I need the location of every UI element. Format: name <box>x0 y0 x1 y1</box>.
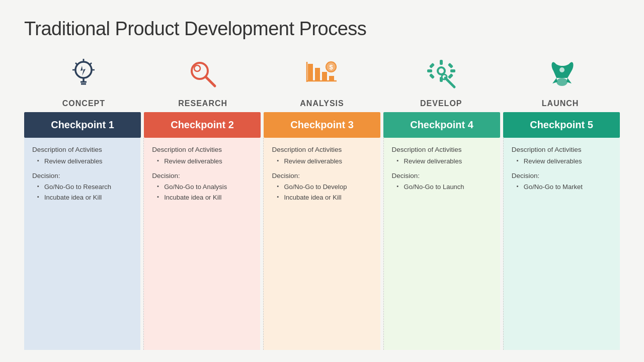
list-item: Incubate idea or Kill <box>277 193 372 202</box>
stage-label-analysis: ANALYSIS <box>300 99 344 108</box>
col3-decision-title: Decision: <box>272 171 372 181</box>
col3-decisions-list: Go/No-Go to Develop Incubate idea or Kil… <box>272 183 372 202</box>
checkpoint-3-header: Checkpoint 3 <box>264 112 380 138</box>
col5-activities-list: Review deliverables <box>512 157 612 166</box>
svg-point-35 <box>556 78 568 86</box>
content-col-5: Description of Activities Review deliver… <box>503 138 620 350</box>
content-col-4: Description of Activities Review deliver… <box>383 138 500 350</box>
stage-concept: CONCEPT <box>24 54 143 108</box>
svg-rect-27 <box>427 69 432 72</box>
list-item: Go/No-Go to Market <box>517 183 612 192</box>
svg-line-12 <box>206 77 215 86</box>
svg-rect-30 <box>448 73 453 79</box>
list-item: Go/No-Go to Develop <box>277 183 372 192</box>
checkpoint-1-header: Checkpoint 1 <box>24 112 141 138</box>
checkpoints-row: Checkpoint 1 Checkpoint 2 Checkpoint 3 C… <box>24 112 620 138</box>
stage-develop: DEVELOP <box>381 54 501 108</box>
list-item: Go/No-Go to Analysis <box>157 183 252 192</box>
stages-row: CONCEPT RESEARCH <box>24 54 620 108</box>
content-col-2: Description of Activities Review deliver… <box>143 138 260 350</box>
svg-rect-28 <box>450 69 455 72</box>
col2-decisions-list: Go/No-Go to Analysis Incubate idea or Ki… <box>152 183 252 202</box>
col3-activities-list: Review deliverables <box>272 157 372 166</box>
content-col-3: Description of Activities Review deliver… <box>263 138 380 350</box>
stage-label-develop: DEVELOP <box>420 99 462 108</box>
col5-decisions-list: Go/No-Go to Market <box>512 183 612 192</box>
list-item: Review deliverables <box>157 157 252 166</box>
col1-activities-title: Description of Activities <box>32 145 132 155</box>
list-item: Review deliverables <box>397 157 492 166</box>
col4-activities-list: Review deliverables <box>392 157 492 166</box>
stage-launch: LAUNCH <box>501 54 620 108</box>
svg-text:$: $ <box>329 63 333 71</box>
checkpoint-2-header: Checkpoint 2 <box>144 112 261 138</box>
col4-decisions-list: Go/No-Go to Launch <box>392 183 492 192</box>
analysis-icon: $ <box>302 54 342 94</box>
svg-rect-16 <box>322 72 327 81</box>
svg-rect-14 <box>308 64 313 81</box>
content-row: Description of Activities Review deliver… <box>24 138 620 350</box>
col1-activities-list: Review deliverables <box>32 157 132 166</box>
col2-activities-title: Description of Activities <box>152 145 252 155</box>
content-col-1: Description of Activities Review deliver… <box>24 138 140 350</box>
col2-activities-list: Review deliverables <box>152 157 252 166</box>
svg-point-24 <box>439 68 444 73</box>
list-item: Review deliverables <box>517 157 612 166</box>
develop-icon <box>421 54 461 94</box>
svg-rect-29 <box>429 63 435 68</box>
svg-rect-31 <box>448 63 453 68</box>
stage-analysis: $ ANALYSIS <box>263 54 382 108</box>
stage-research: RESEARCH <box>143 54 263 108</box>
col5-decision-title: Decision: <box>512 171 612 181</box>
stage-label-concept: CONCEPT <box>62 99 105 108</box>
list-item: Review deliverables <box>37 157 132 166</box>
list-item: Incubate idea or Kill <box>157 193 252 202</box>
col5-activities-title: Description of Activities <box>512 145 612 155</box>
list-item: Go/No-Go to Research <box>37 183 132 192</box>
list-item: Review deliverables <box>277 157 372 166</box>
checkpoint-4-header: Checkpoint 4 <box>383 112 500 138</box>
svg-point-13 <box>194 65 200 71</box>
research-icon <box>183 54 223 94</box>
col4-activities-title: Description of Activities <box>392 145 492 155</box>
page-title: Traditional Product Development Process <box>24 18 620 40</box>
svg-rect-15 <box>315 68 320 81</box>
stage-label-research: RESEARCH <box>178 99 227 108</box>
col2-decision-title: Decision: <box>152 171 252 181</box>
list-item: Incubate idea or Kill <box>37 193 132 202</box>
svg-rect-32 <box>429 73 435 79</box>
svg-line-8 <box>75 63 77 65</box>
svg-point-36 <box>559 67 565 72</box>
col1-decisions-list: Go/No-Go to Research Incubate idea or Ki… <box>32 183 132 202</box>
svg-line-9 <box>90 63 92 65</box>
checkpoint-5-header: Checkpoint 5 <box>503 112 620 138</box>
svg-point-34 <box>442 74 447 79</box>
col3-activities-title: Description of Activities <box>272 145 372 155</box>
list-item: Go/No-Go to Launch <box>397 183 492 192</box>
col4-decision-title: Decision: <box>392 171 492 181</box>
svg-marker-10 <box>80 66 86 76</box>
stage-label-launch: LAUNCH <box>542 99 579 108</box>
col1-decision-title: Decision: <box>32 171 132 181</box>
concept-icon <box>63 54 104 94</box>
svg-line-33 <box>445 78 454 87</box>
svg-rect-25 <box>440 60 443 65</box>
svg-rect-17 <box>329 76 334 81</box>
launch-icon <box>540 54 581 94</box>
